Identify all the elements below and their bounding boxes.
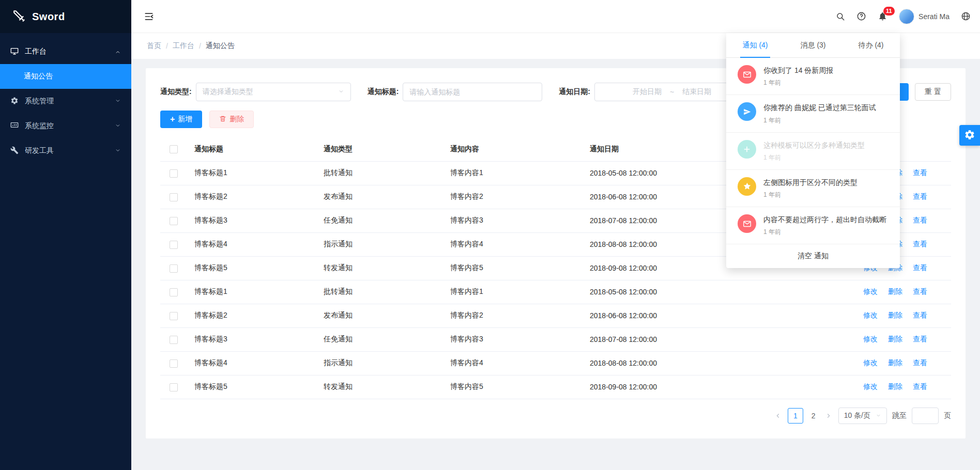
avatar <box>899 9 914 24</box>
row-checkbox[interactable] <box>170 359 178 368</box>
cell-date: 2018-07-08 12:00:00 <box>585 327 776 351</box>
sidebar-item-system-monitor[interactable]: 系统监控 <box>0 114 131 138</box>
notification-text: 这种模板可以区分多种通知类型 <box>763 140 865 150</box>
page-button-1[interactable]: 1 <box>788 408 803 424</box>
notification-item[interactable]: 你收到了 14 份新周报 1 年前 <box>726 58 900 95</box>
cell-title: 博客标题2 <box>189 304 318 327</box>
next-page-button[interactable] <box>824 412 833 419</box>
table-row: 博客标题4 指示通知 博客内容4 2018-08-08 12:00:00 修改删… <box>160 351 951 375</box>
cell-type: 发布通知 <box>318 304 445 327</box>
add-button[interactable]: + 新增 <box>160 111 202 128</box>
page-size-select[interactable]: 10 条/页 <box>838 408 887 424</box>
view-link[interactable]: 查看 <box>913 192 927 200</box>
sidebar-item-dev-tools[interactable]: 研发工具 <box>0 138 131 163</box>
edit-link[interactable]: 修改 <box>863 287 878 295</box>
sidebar-menu: 工作台 通知公告 系统管理 系统监控 <box>0 33 131 163</box>
view-link[interactable]: 查看 <box>913 287 927 295</box>
reset-button[interactable]: 重 置 <box>915 83 951 101</box>
tab-notifications[interactable]: 通知 (4) <box>726 33 784 57</box>
delete-link[interactable]: 删除 <box>888 382 902 390</box>
notification-time: 1 年前 <box>763 79 833 87</box>
notice-type-select[interactable]: 请选择通知类型 <box>196 83 351 101</box>
breadcrumb-separator: / <box>166 42 168 50</box>
jump-page-input[interactable] <box>912 408 939 424</box>
cell-type: 任免通知 <box>318 327 445 351</box>
row-checkbox[interactable] <box>170 169 178 178</box>
edit-link[interactable]: 修改 <box>863 311 878 319</box>
username: Serati Ma <box>918 12 950 21</box>
language-globe-icon[interactable] <box>961 11 971 21</box>
delete-link[interactable]: 删除 <box>888 287 902 295</box>
view-link[interactable]: 查看 <box>913 168 927 177</box>
table-row: 博客标题1 批转通知 博客内容1 2018-05-08 12:00:00 修改删… <box>160 280 951 304</box>
page-button-2[interactable]: 2 <box>808 412 819 420</box>
breadcrumb-home[interactable]: 首页 <box>147 41 161 51</box>
topbar-actions: 11 Serati Ma <box>836 9 971 24</box>
row-checkbox[interactable] <box>170 383 178 391</box>
breadcrumb-separator: / <box>199 42 201 50</box>
bell-icon[interactable]: 11 <box>878 11 887 21</box>
view-link[interactable]: 查看 <box>913 240 927 248</box>
main-area: 11 Serati Ma 首页 / 工作台 / 通知公告 <box>131 0 980 470</box>
view-link[interactable]: 查看 <box>913 311 927 319</box>
cell-date: 2018-06-08 12:00:00 <box>585 304 776 327</box>
chevron-down-icon <box>115 97 121 105</box>
sidebar-item-label: 工作台 <box>25 47 115 56</box>
notification-item[interactable]: 内容不要超过两行字，超出时自动截断 1 年前 <box>726 207 900 244</box>
sidebar-item-workbench[interactable]: 工作台 <box>0 39 131 64</box>
cell-content: 博客内容2 <box>445 304 585 327</box>
delete-link[interactable]: 删除 <box>888 311 902 319</box>
table-row: 博客标题3 任免通知 博客内容3 2018-07-08 12:00:00 修改删… <box>160 327 951 351</box>
sidebar-item-notice[interactable]: 通知公告 <box>0 64 131 89</box>
cell-date: 2018-08-08 12:00:00 <box>585 351 776 375</box>
cell-title: 博客标题3 <box>189 209 318 232</box>
date-separator: ~ <box>670 88 674 96</box>
user-menu[interactable]: Serati Ma <box>899 9 950 24</box>
edit-link[interactable]: 修改 <box>863 382 878 390</box>
tab-todos[interactable]: 待办 (4) <box>842 33 900 57</box>
notification-item[interactable]: 左侧图标用于区分不同的类型 1 年前 <box>726 170 900 207</box>
cell-type: 批转通知 <box>318 280 445 304</box>
notification-item[interactable]: 这种模板可以区分多种通知类型 1 年前 <box>726 133 900 170</box>
row-checkbox[interactable] <box>170 288 178 296</box>
cell-type: 批转通知 <box>318 161 445 185</box>
search-icon[interactable] <box>836 12 845 21</box>
delete-link[interactable]: 删除 <box>888 358 902 367</box>
select-all-checkbox[interactable] <box>170 145 178 153</box>
theme-settings-button[interactable] <box>959 125 980 146</box>
view-link[interactable]: 查看 <box>913 382 927 390</box>
app-logo[interactable]: Sword <box>0 0 131 33</box>
breadcrumb-workbench[interactable]: 工作台 <box>173 41 194 51</box>
clear-notifications-button[interactable]: 清空 通知 <box>726 244 900 268</box>
cell-title: 博客标题4 <box>189 351 318 375</box>
row-checkbox[interactable] <box>170 312 178 320</box>
view-link[interactable]: 查看 <box>913 335 927 343</box>
delete-link[interactable]: 删除 <box>888 335 902 343</box>
sidebar-item-system-admin[interactable]: 系统管理 <box>0 89 131 114</box>
notice-type-placeholder: 请选择通知类型 <box>203 87 253 97</box>
col-title: 通知标题 <box>189 137 318 161</box>
row-checkbox[interactable] <box>170 336 178 344</box>
view-link[interactable]: 查看 <box>913 358 927 367</box>
pagination: 1 2 10 条/页 跳至 页 <box>160 408 951 424</box>
view-link[interactable]: 查看 <box>913 216 927 224</box>
topbar: 11 Serati Ma <box>131 0 980 33</box>
row-checkbox[interactable] <box>170 217 178 225</box>
notification-item[interactable]: 你推荐的 曲妮妮 已通过第三轮面试 1 年前 <box>726 95 900 132</box>
help-icon[interactable] <box>856 11 866 21</box>
cell-title: 博客标题5 <box>189 375 318 399</box>
notification-badge: 11 <box>883 7 895 15</box>
row-checkbox[interactable] <box>170 193 178 201</box>
prev-page-button[interactable] <box>773 412 783 419</box>
edit-link[interactable]: 修改 <box>863 335 878 343</box>
cell-content: 博客内容2 <box>445 185 585 209</box>
view-link[interactable]: 查看 <box>913 263 927 272</box>
edit-link[interactable]: 修改 <box>863 358 878 367</box>
row-checkbox[interactable] <box>170 241 178 249</box>
row-checkbox[interactable] <box>170 264 178 273</box>
sidebar-collapse-icon[interactable] <box>144 11 154 22</box>
page-unit-label: 页 <box>944 411 951 420</box>
notice-title-input[interactable] <box>403 83 542 101</box>
batch-delete-button[interactable]: 删除 <box>209 111 254 128</box>
tab-messages[interactable]: 消息 (3) <box>784 33 842 57</box>
